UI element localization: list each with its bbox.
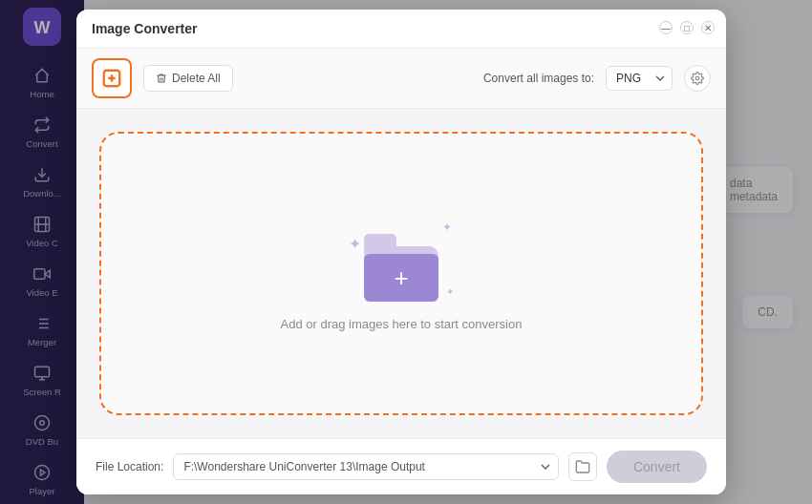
folder-plus-icon: + xyxy=(364,254,438,302)
close-button[interactable]: ✕ xyxy=(701,21,715,34)
gear-icon xyxy=(691,72,704,85)
dialog-titlebar: Image Converter — □ ✕ xyxy=(76,10,726,49)
minimize-button[interactable]: — xyxy=(659,21,673,34)
add-image-button[interactable] xyxy=(92,58,132,98)
folder-front: + xyxy=(364,254,438,302)
trash-icon xyxy=(156,73,167,84)
maximize-button[interactable]: □ xyxy=(680,21,694,34)
sparkle-top: ✦ xyxy=(442,220,452,234)
drop-zone-container: + ✦ ✦ ✦ Add or drag images here to start… xyxy=(76,109,726,438)
folder-illustration: + ✦ ✦ ✦ xyxy=(349,216,454,302)
file-location-input-wrap: F:\Wondershare UniConverter 13\Image Out… xyxy=(173,453,559,480)
dialog-toolbar: Delete All Convert all images to: PNGJPG… xyxy=(76,49,726,109)
format-select[interactable]: PNGJPGBMPGIFTIFF xyxy=(606,66,673,91)
file-location-label: File Location: xyxy=(96,460,163,473)
delete-all-button[interactable]: Delete All xyxy=(143,65,233,92)
window-controls: — □ ✕ xyxy=(659,21,715,34)
convert-all-label: Convert all images to: xyxy=(483,72,594,85)
dialog-title: Image Converter xyxy=(92,21,711,36)
convert-button[interactable]: Convert xyxy=(607,451,707,483)
drop-zone-text: Add or drag images here to start convers… xyxy=(281,317,523,331)
sparkle-left: ✦ xyxy=(349,235,361,253)
drop-zone[interactable]: + ✦ ✦ ✦ Add or drag images here to start… xyxy=(99,132,703,415)
open-folder-button[interactable] xyxy=(568,452,597,481)
format-settings-button[interactable] xyxy=(684,65,711,92)
sparkle-right: ✦ xyxy=(446,286,454,297)
file-location-select[interactable]: F:\Wondershare UniConverter 13\Image Out… xyxy=(173,453,559,480)
dialog-footer: File Location: F:\Wondershare UniConvert… xyxy=(76,438,726,494)
image-converter-dialog: Image Converter — □ ✕ Delete xyxy=(76,10,726,494)
folder-open-icon xyxy=(575,459,590,474)
svg-point-28 xyxy=(695,76,699,80)
